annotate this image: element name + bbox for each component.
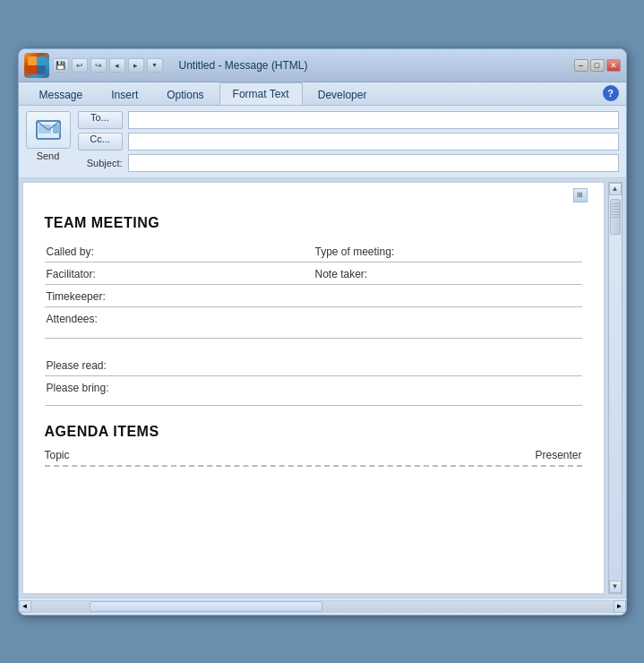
- cc-button[interactable]: Cc...: [78, 133, 123, 151]
- presenter-column-header: Presenter: [535, 449, 581, 461]
- h-scroll-track[interactable]: [31, 600, 614, 613]
- email-body[interactable]: ⊞ TEAM MEETING Called by: Type of meetin…: [22, 182, 605, 594]
- team-meeting-title: TEAM MEETING: [45, 215, 582, 231]
- subject-input[interactable]: [128, 154, 619, 172]
- tab-options[interactable]: Options: [153, 83, 217, 105]
- scroll-right-arrow[interactable]: ►: [614, 600, 626, 613]
- note-taker-label: Note taker:: [313, 262, 582, 284]
- email-fields: To... Cc... Subject:: [78, 111, 619, 172]
- please-bring-label: Please bring:: [45, 376, 582, 406]
- h-scroll-thumb[interactable]: [90, 601, 322, 612]
- send-label[interactable]: Send: [37, 151, 60, 161]
- ribbon-tabs: Message Insert Options Format Text Devel…: [19, 82, 626, 106]
- svg-rect-2: [28, 65, 37, 74]
- table-row: Please bring:: [45, 376, 582, 406]
- send-icon[interactable]: [26, 111, 71, 149]
- save-quick-btn[interactable]: 💾: [53, 58, 69, 73]
- timekeeper-label: Timekeeper:: [45, 284, 582, 306]
- cc-row: Cc...: [78, 133, 619, 151]
- scroll-left-arrow[interactable]: ◄: [19, 600, 31, 613]
- tab-message[interactable]: Message: [26, 83, 97, 105]
- svg-rect-1: [37, 56, 46, 65]
- horizontal-scrollbar: ◄ ►: [19, 598, 626, 615]
- table-row: Called by: Type of meeting:: [45, 240, 582, 263]
- send-button-area: Send: [26, 111, 71, 161]
- tab-insert[interactable]: Insert: [98, 83, 151, 105]
- table-row: Facilitator: Note taker:: [45, 262, 582, 284]
- called-by-label: Called by:: [45, 240, 313, 263]
- please-read-label: Please read:: [45, 354, 582, 376]
- facilitator-label: Facilitator:: [45, 262, 313, 284]
- quick-access-toolbar: 💾 ↩ ↪ ◂ ▸ ▼: [53, 58, 163, 73]
- minimize-button[interactable]: –: [574, 59, 588, 72]
- body-toolbar-icon[interactable]: ⊞: [573, 188, 588, 202]
- undo-quick-btn[interactable]: ↩: [72, 58, 88, 73]
- tab-format-text[interactable]: Format Text: [219, 82, 303, 105]
- table-row: Timekeeper:: [45, 284, 582, 306]
- scroll-down-arrow[interactable]: ▼: [609, 581, 622, 593]
- to-button[interactable]: To...: [78, 111, 123, 129]
- scroll-thumb[interactable]: [610, 199, 621, 235]
- window-title: Untitled - Message (HTML): [179, 59, 571, 72]
- scroll-grip: [611, 203, 620, 220]
- topic-column-header: Topic: [45, 449, 70, 461]
- type-of-meeting-label: Type of meeting:: [313, 240, 582, 263]
- content-wrapper: ⊞ TEAM MEETING Called by: Type of meetin…: [19, 178, 626, 598]
- table-row: Please read:: [45, 354, 582, 376]
- svg-rect-0: [28, 56, 37, 65]
- help-icon[interactable]: ?: [603, 85, 619, 101]
- vertical-scrollbar[interactable]: ▲ ▼: [608, 182, 623, 594]
- office-logo: [24, 53, 49, 78]
- outlook-window: 💾 ↩ ↪ ◂ ▸ ▼ Untitled - Message (HTML) – …: [18, 48, 627, 616]
- cc-input[interactable]: [128, 133, 619, 151]
- meeting-info-table: Called by: Type of meeting: Facilitator:…: [45, 240, 582, 407]
- to-row: To...: [78, 111, 619, 129]
- agenda-items-title: AGENDA ITEMS: [45, 424, 582, 440]
- table-row: Attendees:: [45, 306, 582, 338]
- redo-quick-btn[interactable]: ↪: [90, 58, 107, 73]
- close-button[interactable]: ✕: [606, 59, 621, 72]
- email-header: Send To... Cc... Subject:: [19, 106, 626, 178]
- attendees-label: Attendees:: [45, 306, 582, 338]
- window-controls: – □ ✕: [574, 59, 621, 72]
- restore-button[interactable]: □: [590, 59, 605, 72]
- subject-row: Subject:: [78, 154, 619, 172]
- subject-label: Subject:: [78, 158, 123, 168]
- scroll-up-arrow[interactable]: ▲: [609, 183, 622, 195]
- spacer-row: [45, 338, 582, 354]
- prev-quick-btn[interactable]: ◂: [109, 58, 125, 73]
- pin-quick-btn[interactable]: ▼: [147, 58, 163, 73]
- svg-rect-3: [37, 65, 46, 74]
- tab-developer[interactable]: Developer: [305, 83, 381, 105]
- agenda-header-row: Topic Presenter: [45, 449, 582, 467]
- next-quick-btn[interactable]: ▸: [128, 58, 144, 73]
- title-bar: 💾 ↩ ↪ ◂ ▸ ▼ Untitled - Message (HTML) – …: [19, 49, 626, 82]
- to-input[interactable]: [128, 111, 619, 129]
- agenda-section: AGENDA ITEMS Topic Presenter: [45, 424, 582, 467]
